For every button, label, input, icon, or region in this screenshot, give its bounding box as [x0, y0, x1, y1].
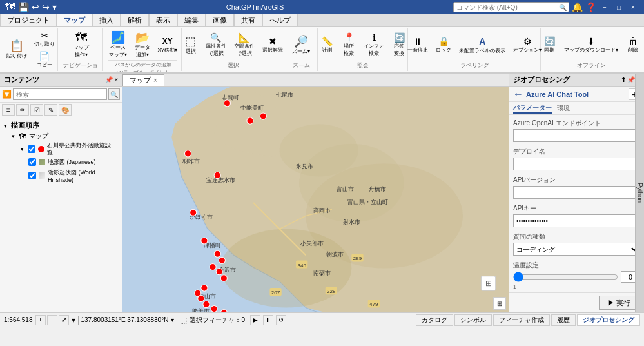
svg-text:七尾市: 七尾市 [276, 92, 293, 98]
pause-button[interactable]: ⏸ 一時停止 [404, 35, 431, 56]
copy-icon: 📄 [39, 52, 50, 61]
attr-select-button[interactable]: 🔍 属性条件で選択 [202, 31, 229, 59]
map-container[interactable]: マップ × [122, 74, 509, 312]
refresh-btn[interactable]: ↺ [276, 315, 286, 325]
contents-style-btn[interactable]: 🎨 [59, 104, 72, 116]
temperature-slider[interactable] [513, 272, 618, 281]
tab-edit[interactable]: 編集 [177, 14, 206, 26]
api-version-input[interactable] [513, 186, 640, 199]
map-tab[interactable]: マップ × [122, 74, 164, 86]
tab-share[interactable]: 共有 [234, 14, 262, 26]
xy-move-button[interactable]: XY XY移動▾ [155, 35, 181, 56]
space-select-icon: 📐 [239, 33, 249, 42]
topo-label: 地形図 (Japanese) [48, 158, 96, 167]
maximize-btn[interactable]: □ [613, 2, 625, 12]
data-add-button[interactable]: 📂 データ追加▾ [132, 30, 153, 60]
geo-param-label[interactable]: パラメーター [513, 103, 552, 114]
layer-hillshade[interactable]: 陰影起伏図 (World Hillshade) [19, 167, 119, 184]
zoom-in-btn[interactable]: + [35, 315, 46, 325]
deploy-input[interactable] [513, 158, 640, 170]
hillshade-label: 陰影起伏図 (World Hillshade) [48, 168, 118, 183]
back-arrow-icon[interactable]: ← [513, 88, 523, 100]
svg-point-52 [201, 285, 208, 291]
facilities-collapse[interactable]: ▾ [21, 146, 24, 152]
topo-checkbox[interactable] [28, 158, 36, 166]
measure-button[interactable]: 📏 計測 [317, 35, 337, 56]
svg-point-42 [260, 113, 266, 119]
run-button[interactable]: ▶ 実行 [599, 296, 639, 310]
geo-expand-btn[interactable]: ⬆ [621, 76, 626, 83]
layer-facilities[interactable]: ▾ 石川県公共野外活動施設一覧 [19, 141, 119, 157]
sync-button[interactable]: 🔄 同期 [539, 35, 560, 56]
python-side[interactable]: Python [635, 74, 644, 312]
tab-map[interactable]: マップ [57, 14, 92, 26]
tab-help[interactable]: ヘルプ [262, 14, 298, 26]
tab-history[interactable]: 履歴 [551, 314, 576, 326]
tab-catalog[interactable]: カタログ [416, 314, 453, 326]
map-tool-btn[interactable]: ⊞ [493, 297, 506, 310]
map-group-collapse[interactable]: ▾ [12, 133, 15, 139]
copy-button[interactable]: 📄 コピー [32, 50, 57, 70]
divider1 [78, 316, 79, 325]
paste-button[interactable]: 📋 貼り付け [3, 38, 30, 61]
geo-param-tabs: パラメーター 環境 ? [509, 102, 644, 115]
tab-insert[interactable]: 挿入 [92, 14, 121, 26]
api-key-input[interactable] [513, 214, 640, 227]
search-btn[interactable]: 🔍 [108, 88, 120, 100]
map-dl-button[interactable]: ⬇ マップのダウンロード▾ [561, 35, 621, 56]
contents-close-btn[interactable]: × [114, 76, 118, 83]
zoom-fit-btn[interactable]: ⤢ [59, 315, 69, 325]
space-select-button[interactable]: 📐 空間条件で選択 [231, 31, 258, 59]
unlabeled-button[interactable]: A 未配置ラベルの表示 [456, 34, 509, 56]
tab-feature-create[interactable]: フィーチャ作成 [493, 314, 550, 326]
tab-symbol[interactable]: シンボル [454, 314, 492, 326]
geo-pin-btn[interactable]: 📌 [627, 76, 635, 83]
svg-point-41 [247, 117, 253, 124]
close-btn[interactable]: × [627, 2, 639, 12]
contents-edit-btn[interactable]: ✎ [44, 104, 57, 116]
options-icon: ⚙ [523, 37, 532, 46]
svg-point-43 [184, 150, 191, 157]
cut-button[interactable]: ✂ 切り取り [32, 30, 57, 49]
search-input[interactable] [453, 2, 569, 12]
basemap-button[interactable]: 🗾 ベースマップ▾ [106, 30, 130, 60]
map-operation-button[interactable]: 🗺 マップ操作▾ [70, 30, 92, 60]
map-group-label: マップ [29, 132, 48, 141]
contents-search-input[interactable] [13, 88, 107, 100]
deselect-button[interactable]: ✖ 選択解除 [259, 35, 286, 56]
svg-text:⊞: ⊞ [485, 279, 492, 288]
play-btn[interactable]: ▶ [250, 315, 260, 325]
map-tab-close[interactable]: × [153, 77, 157, 84]
zoom-button[interactable]: 🔎 ズーム▾ [289, 34, 313, 57]
layer-topo[interactable]: 地形図 (Japanese) [19, 157, 119, 167]
contents-draw-btn[interactable]: ✏ [16, 104, 29, 116]
pause-btn2[interactable]: ⏸ [263, 315, 273, 325]
coord-arrow: ▾ [171, 316, 174, 323]
location-button[interactable]: 📍 場所検索 [338, 31, 359, 59]
tab-analysis[interactable]: 解析 [121, 14, 149, 26]
select-button[interactable]: ⬚ 選択 [181, 34, 201, 57]
geo-env-label[interactable]: 環境 [557, 104, 570, 113]
lock-button[interactable]: 🔒 ロック [433, 35, 454, 56]
hillshade-checkbox[interactable] [28, 172, 36, 179]
contents-pin-btn[interactable]: 📌 [105, 76, 113, 83]
tab-geoprocessing[interactable]: ジオプロセシング [577, 314, 640, 326]
info-button[interactable]: ℹ インフォ検索 [360, 31, 387, 59]
svg-point-44 [214, 172, 220, 178]
contents-select-btn[interactable]: ☑ [30, 104, 43, 116]
tab-project[interactable]: プロジェクト [0, 14, 57, 26]
contents-list-btn[interactable]: ≡ [2, 104, 15, 116]
map-view[interactable]: 346 207 228 479 289 志賀町 七尾市 中能登町 羽咋市 宝達志… [122, 86, 509, 312]
geo-footer: ▶ 実行 [509, 292, 644, 312]
svg-text:宝達志水市: 宝達志水市 [206, 177, 235, 183]
zoom-out-btn[interactable]: − [47, 315, 57, 325]
question-type-select[interactable]: コーディング 一般 GIS [513, 243, 640, 256]
facilities-checkbox[interactable] [28, 145, 35, 153]
draw-order-collapse[interactable]: ▾ [4, 123, 7, 129]
tab-image[interactable]: 画像 [206, 14, 234, 26]
minimize-btn[interactable]: − [599, 2, 610, 12]
tab-view[interactable]: 表示 [149, 14, 177, 26]
endpoint-input[interactable] [513, 129, 640, 142]
delete-button[interactable]: 🗑 削除 [623, 35, 643, 56]
api-version-label: APIバージョン [513, 176, 640, 185]
